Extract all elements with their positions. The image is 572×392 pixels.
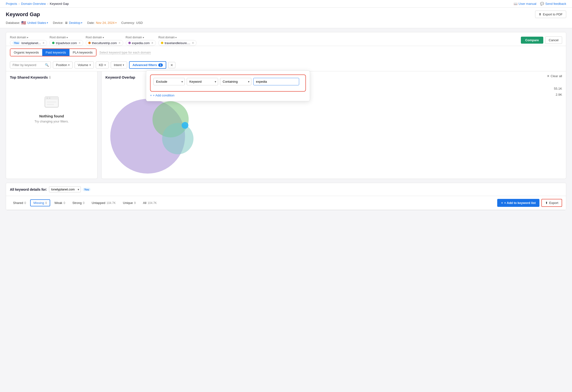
left-panel-title: Top Shared Keywords ℹ — [10, 75, 93, 79]
root-domain-label-5[interactable]: Root domain ▾ — [158, 36, 196, 39]
export-button[interactable]: ⬆ Export — [541, 199, 562, 207]
desktop-icon: 🖥 — [65, 21, 68, 25]
volume-filter[interactable]: Volume ▾ — [75, 61, 94, 68]
legend-count-travelandleisure: 2.9K — [556, 93, 562, 96]
exclude-select[interactable]: Exclude Include — [153, 78, 185, 85]
tab-untapped[interactable]: Untapped 104.7K — [89, 200, 119, 206]
tab-all[interactable]: All 104.7K — [140, 200, 160, 206]
domain-tag-5: travelandleisure.... × — [158, 40, 196, 46]
chevron-down-icon: ▾ — [104, 64, 106, 66]
position-filter[interactable]: Position ▾ — [53, 61, 73, 68]
domain-close-3[interactable]: × — [118, 41, 120, 45]
you-badge: You — [13, 41, 20, 45]
organic-keywords-tab[interactable]: Organic keywords — [10, 49, 42, 56]
chevron-down-icon: ▾ — [123, 64, 124, 66]
breadcrumb-domain-overview[interactable]: Domain Overview — [21, 2, 46, 6]
filter-row: 🔍 Position ▾ Volume ▾ KD ▾ Intent ▾ Adva… — [6, 59, 566, 71]
tab-actions: + + Add to keyword list ⬆ Export — [497, 199, 562, 207]
domain-close-4[interactable]: × — [151, 41, 153, 45]
user-manual-link[interactable]: 📖 User manual — [514, 2, 537, 6]
pla-keywords-tab[interactable]: PLA keywords — [69, 49, 96, 56]
date-meta: Date: Nov 24, 2024 ▾ — [87, 21, 116, 25]
domain-close-5[interactable]: × — [192, 41, 194, 45]
root-domain-label-3[interactable]: Root domain ▾ — [86, 36, 123, 39]
filter-value-input[interactable] — [253, 78, 299, 85]
nothing-found-sub: Try changing your filters. — [34, 120, 69, 123]
advanced-filter-condition-row: Exclude Include Keyword URL Containing — [153, 78, 302, 85]
clear-advanced-filter-button[interactable]: ✕ — [168, 62, 175, 68]
domain-col-4: Root domain ▾ expedia.com × — [126, 36, 156, 46]
topbar: Projects › Domain Overview › Keyword Gap… — [0, 0, 572, 8]
tab-weak[interactable]: Weak 0 — [51, 200, 68, 206]
paid-keywords-tab[interactable]: Paid keywords — [42, 49, 69, 56]
database-meta: Database: 🇺🇸 United States ▾ — [6, 20, 48, 25]
domain-close-2[interactable]: × — [79, 41, 80, 45]
root-domain-label-1[interactable]: Root domain ▾ — [10, 36, 47, 39]
tab-strong[interactable]: Strong 0 — [69, 200, 88, 206]
domain-row: Root domain ▾ You lonelyplanet... × Root… — [6, 32, 566, 46]
field-select-wrap: Keyword URL — [187, 78, 218, 85]
domain-select[interactable]: lonelyplanet.com — [49, 186, 81, 192]
compare-button[interactable]: Compare — [521, 37, 543, 44]
domain-dot-4 — [128, 42, 131, 44]
clear-all-button[interactable]: ✕ Clear all — [547, 74, 562, 78]
page-header: Keyword Gap ⬆ Export to PDF Database: 🇺🇸… — [0, 8, 572, 28]
meta-row: Database: 🇺🇸 United States ▾ Device: 🖥 D… — [6, 20, 566, 28]
operator-select[interactable]: Containing Not containing Starts with — [220, 78, 251, 85]
feedback-icon: 💬 — [540, 2, 544, 6]
chevron-down-icon: ▾ — [81, 21, 82, 24]
domain-tag-1: You lonelyplanet... × — [10, 40, 47, 46]
export-pdf-button[interactable]: ⬆ Export to PDF — [535, 11, 566, 18]
kd-filter[interactable]: KD ▾ — [96, 61, 109, 68]
exclude-select-wrap: Exclude Include — [153, 78, 185, 85]
info-icon[interactable]: ℹ — [49, 75, 50, 79]
operator-select-wrap: Containing Not containing Starts with — [220, 78, 251, 85]
tab-shared[interactable]: Shared 0 — [10, 200, 29, 206]
search-icon-button[interactable]: 🔍 — [45, 63, 49, 67]
domain-col-2: Root domain ▾ tripadvisor.com × — [49, 36, 83, 46]
page-title: Keyword Gap — [6, 11, 40, 18]
breadcrumb: Projects › Domain Overview › Keyword Gap — [6, 2, 69, 6]
device-meta: Device: 🖥 Desktop ▾ — [53, 21, 82, 25]
you-badge-bottom: You — [83, 188, 91, 191]
field-select[interactable]: Keyword URL — [187, 78, 218, 85]
root-domain-label-2[interactable]: Root domain ▾ — [49, 36, 83, 39]
chevron-down-icon: ▾ — [115, 21, 116, 24]
keyword-type-row: Organic keywords Paid keywords PLA keywo… — [6, 46, 566, 59]
device-selector[interactable]: Desktop ▾ — [69, 21, 82, 25]
legend-count-expedia: 55.1K — [554, 87, 562, 90]
breadcrumb-sep2: › — [47, 2, 48, 6]
currency-meta: Currency: USD — [121, 21, 143, 25]
send-feedback-link[interactable]: 💬 Send feedback — [540, 2, 566, 6]
add-condition-button[interactable]: + + Add condition — [150, 93, 175, 97]
advanced-filters-button[interactable]: Advanced filters 1 — [129, 61, 166, 69]
breadcrumb-current: Keyword Gap — [50, 2, 69, 6]
database-selector[interactable]: United States ▾ — [27, 21, 48, 25]
top-actions: 📖 User manual 💬 Send feedback — [514, 2, 566, 6]
filter-input-wrap: 🔍 — [10, 61, 51, 68]
domain-col-3: Root domain ▾ theculturetrip.com × — [86, 36, 123, 46]
intent-filter[interactable]: Intent ▾ — [111, 61, 127, 68]
chevron-down-icon: ▾ — [27, 36, 28, 39]
add-to-keyword-list-button[interactable]: + + Add to keyword list — [497, 199, 540, 207]
date-selector[interactable]: Nov 24, 2024 ▾ — [96, 21, 116, 25]
nothing-found-text: Nothing found — [39, 114, 64, 118]
export-icon: ⬆ — [545, 201, 548, 205]
bottom-section: All keyword details for: lonelyplanet.co… — [6, 183, 566, 210]
main-content: Root domain ▾ You lonelyplanet... × Root… — [0, 28, 572, 214]
tab-missing[interactable]: Missing 0 — [30, 199, 50, 206]
keyword-type-hint: Select keyword type for each domain — [99, 51, 151, 55]
svg-point-2 — [47, 97, 48, 99]
advanced-filter-count: 1 — [158, 63, 163, 67]
domain-tag-4: expedia.com × — [126, 40, 156, 46]
tab-unique[interactable]: Unique 9 — [120, 200, 139, 206]
svg-rect-5 — [47, 104, 54, 105]
breadcrumb-projects[interactable]: Projects — [6, 2, 17, 6]
domain-close-1[interactable]: × — [43, 41, 44, 45]
root-domain-label-4[interactable]: Root domain ▾ — [126, 36, 156, 39]
domain-dot-3 — [88, 42, 91, 44]
breadcrumb-sep1: › — [18, 2, 19, 6]
cancel-button[interactable]: Cancel — [545, 36, 562, 44]
plus-icon: + — [501, 201, 503, 205]
plus-icon: + — [150, 93, 152, 97]
